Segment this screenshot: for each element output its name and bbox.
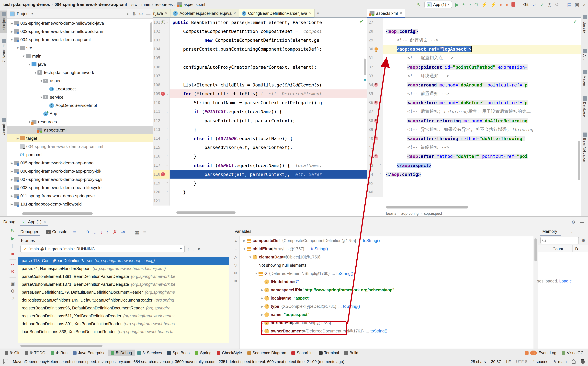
pin-icon[interactable]: ↗ [11, 296, 15, 301]
variable-row[interactable]: ▼0 = {DeferredElementNSImpl@1760}...toSt… [240, 269, 533, 278]
toolwindow-button-checkstyle[interactable]: CheckStyle [214, 350, 245, 356]
tool-strip-item[interactable]: Ant [581, 49, 588, 60]
gear-icon[interactable]: ⚙ [571, 220, 575, 224]
code-line[interactable]: 111⌄ if (POINTCUT.equals(localName)) { [153, 107, 367, 116]
xml-editor-hscrollbar[interactable] [386, 206, 468, 208]
tree-item[interactable]: pom.xml [7, 151, 153, 159]
debug-bug-icon[interactable]: ٭ [462, 2, 465, 7]
toolwindow-button-8-services[interactable]: 8: Services [134, 350, 165, 356]
project-tree-vscrollbar[interactable] [150, 22, 152, 42]
fold-marker-icon[interactable]: ⌄ [379, 47, 382, 51]
tree-item[interactable]: ▶005-spring-framework-demo-aop-anno [7, 159, 153, 167]
move-down-icon[interactable]: ▽ [234, 263, 237, 267]
debug-settings-gear-icon[interactable]: ⚙ [10, 289, 15, 293]
code-line[interactable]: 28⌄<aop:config> [367, 27, 581, 36]
tree-collapse-icon[interactable]: ▼ [16, 46, 20, 49]
tree-item[interactable]: ▼aspect [7, 77, 153, 85]
tree-item[interactable]: ▼service [7, 93, 153, 101]
code-line[interactable]: 42 <aop:after method="doAfter" pointcut-… [367, 152, 581, 161]
tree-expand-icon[interactable]: ▶ [10, 178, 14, 181]
fold-marker-icon[interactable]: ⌄ [166, 21, 169, 24]
debug-lightning-disabled-icon[interactable]: ⚡ [490, 2, 496, 7]
stack-frame-row[interactable]: loadBeanDefinitions:338, XmlBeanDefiniti… [18, 328, 229, 336]
xml-code-area[interactable]: 2728⌄<aop:config>29 <!-- 配置切面 -->30⌄ <ao… [367, 18, 581, 197]
code-line[interactable]: 101⌄public BeanDefinition parse(Element … [153, 18, 367, 27]
breadcrumb-item[interactable]: 004-spring-framework-demo-aop-xml [54, 2, 127, 7]
code-line[interactable]: 45 [367, 179, 581, 188]
variable-row[interactable]: ▶name = "aop:aspect" [240, 310, 533, 319]
stop-icon[interactable] [511, 2, 515, 7]
aop-advice-icon[interactable] [374, 137, 378, 140]
code-line[interactable]: 35 <!-- 前置通知 --> [367, 89, 581, 98]
run-with-coverage-icon[interactable]: ◔ [468, 2, 471, 7]
tree-item[interactable]: ▶007-spring-framework-demo-aop-proxy-cgl… [7, 175, 153, 183]
stack-frame-row[interactable]: registerBeanDefinitions:511, XmlBeanDefi… [18, 312, 229, 320]
stack-frame-row[interactable]: parseCustomElement:1371, BeanDefinitionP… [18, 281, 229, 288]
code-line[interactable]: 114⌄ else if (ADVISOR.equals(localName))… [153, 134, 367, 143]
pause-icon[interactable]: ‖ [12, 244, 14, 248]
tree-expand-icon[interactable]: ▶ [10, 22, 14, 25]
watch-all-icon[interactable]: ∞ [234, 279, 237, 283]
project-tree-hscrollbar[interactable] [22, 213, 93, 215]
breakpoint-icon[interactable] [161, 92, 165, 96]
tostring-link[interactable]: toString() [371, 329, 388, 333]
code-line[interactable]: 120⌃ } [153, 188, 367, 197]
layout-icon[interactable]: ≡ [73, 229, 76, 234]
tool-strip-item[interactable]: jclasslib [581, 15, 588, 33]
duplicate-icon[interactable]: ⧉ [234, 271, 237, 275]
rerun-icon[interactable]: ↻ [11, 229, 15, 233]
code-line[interactable]: 119⌃ } [153, 179, 367, 188]
tool-strip-item[interactable]: 1: Project [0, 10, 7, 33]
variables-vscrollbar[interactable] [535, 238, 537, 261]
collapse-all-icon[interactable]: ⇅ [132, 12, 136, 16]
tree-expand-icon[interactable]: ▶ [242, 239, 247, 242]
code-line[interactable]: 36 <aop:before method="doBefore" pointcu… [367, 98, 581, 107]
evaluate-expression-icon[interactable]: ▦ [135, 229, 139, 234]
code-line[interactable]: 27 [367, 18, 581, 27]
toolwindow-button-4-run[interactable]: 4: Run [48, 350, 70, 356]
stack-frame-row[interactable]: doRegisterBeanDefinitions:149, DefaultBe… [18, 296, 229, 304]
override-method-icon[interactable] [161, 20, 165, 24]
git-update-icon[interactable]: ↙ [533, 2, 537, 7]
tree-expand-icon[interactable]: ▶ [260, 305, 265, 308]
aop-advice-icon[interactable] [374, 119, 378, 122]
code-line[interactable]: 105 [153, 53, 367, 62]
run-anything-icon[interactable]: ▣ [575, 2, 579, 7]
tree-expand-icon[interactable]: ▶ [10, 161, 14, 165]
stack-frame-row[interactable]: parse:118, ConfigBeanDefinitionParser(or… [18, 257, 229, 265]
tree-item[interactable]: ▼resources [7, 118, 153, 126]
toolwindow-button-java-enterprise[interactable]: Java Enterprise [70, 350, 108, 356]
breakpoint-icon[interactable] [161, 172, 165, 176]
tree-expand-icon[interactable]: ▶ [10, 202, 14, 206]
tree-item[interactable]: ▼java [7, 60, 153, 69]
toolwindow-button-6-todo[interactable]: 6: TODO [22, 350, 48, 356]
tool-strip-item[interactable]: Database [581, 96, 588, 117]
tree-item[interactable]: ▶011-spring-framework-demo-springmvc [7, 192, 153, 200]
tool-strip-item[interactable]: 7: Structure [0, 39, 7, 62]
close-icon[interactable]: ✕ [43, 220, 46, 224]
fold-marker-icon[interactable]: ⌃ [166, 182, 169, 185]
tool-window-switcher-icon[interactable] [3, 359, 8, 364]
profiler-icon[interactable]: ⏱ [474, 2, 478, 7]
tree-collapse-icon[interactable]: ▼ [248, 255, 253, 259]
fold-marker-icon[interactable]: ⌃ [166, 128, 169, 131]
code-line[interactable]: 44⌃</aop:config> [367, 170, 581, 179]
code-line[interactable]: 39 <!-- 异常通知: 如果没有异常, 将不会执行增强; throwing [367, 125, 581, 134]
tostring-link[interactable]: toString() [336, 271, 353, 276]
chevron-down-icon[interactable]: ▾ [448, 3, 449, 6]
run-configuration-select[interactable]: App (1)▾ [424, 1, 452, 8]
tool-strip-item[interactable]: Commit [0, 118, 7, 135]
variable-row[interactable]: ▶type = {XSComplexTypeDecl@1781}...toStr… [240, 302, 533, 310]
code-line[interactable]: 40 <aop:after-throwing method="doAfterTh… [367, 134, 581, 143]
stack-frame-row[interactable]: doLoadBeanDefinitions:391, XmlBeanDefini… [18, 320, 229, 328]
tree-expand-icon[interactable]: ▶ [10, 186, 14, 189]
code-line[interactable]: 112 parsePointcut(elt, parserContext); [153, 116, 367, 125]
fold-marker-icon[interactable]: ⌃ [166, 155, 169, 158]
thread-selector[interactable]: ✔ "main"@1 in group "main": RUNNING ▾ [20, 245, 185, 253]
drop-frame-icon[interactable]: ✗ [113, 229, 117, 234]
tree-expand-icon[interactable]: ▶ [16, 137, 20, 140]
code-line[interactable]: 121 [153, 197, 367, 206]
tree-collapse-icon[interactable]: ▼ [39, 79, 43, 82]
code-line[interactable]: 29 <!-- 配置切面 --> [367, 36, 581, 45]
stack-frame-row[interactable]: parseBeanDefinitions:179, DefaultBeanDef… [18, 288, 229, 296]
